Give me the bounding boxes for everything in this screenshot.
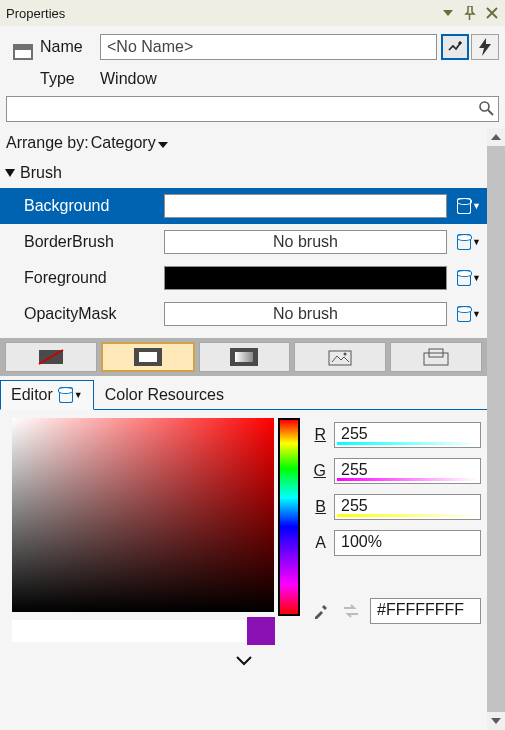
arrange-by-row[interactable]: Arrange by: Category	[0, 128, 487, 158]
database-icon	[457, 270, 471, 286]
properties-view-button[interactable]	[441, 34, 469, 60]
brush-swatch[interactable]: No brush	[164, 230, 447, 254]
current-color-strip[interactable]	[12, 620, 274, 642]
brush-type-visual[interactable]	[390, 342, 482, 372]
database-icon	[59, 387, 73, 403]
property-marker[interactable]: ▼	[453, 234, 481, 250]
color-saturation-field[interactable]	[12, 418, 274, 612]
svg-rect-7	[235, 352, 253, 362]
channel-input-a[interactable]: 100%	[334, 530, 481, 556]
svg-line-1	[488, 110, 493, 115]
brush-row-background[interactable]: Background ▼	[0, 188, 487, 224]
chevron-down-icon	[158, 134, 168, 152]
panel-menu-button[interactable]	[437, 3, 459, 23]
svg-rect-8	[329, 351, 351, 365]
chevron-down-icon: ▼	[472, 309, 481, 319]
tab-editor[interactable]: Editor ▼	[0, 380, 94, 410]
database-icon	[457, 198, 471, 214]
channel-label-b: B	[310, 498, 326, 516]
chevron-down-icon: ▼	[472, 237, 481, 247]
pin-icon[interactable]	[459, 3, 481, 23]
type-label: Type	[40, 70, 100, 88]
close-icon[interactable]	[481, 3, 503, 23]
svg-rect-10	[424, 353, 448, 365]
search-icon	[478, 100, 494, 119]
swap-colors-button[interactable]	[340, 600, 362, 622]
name-input[interactable]	[100, 34, 437, 60]
chevron-down-icon: ▼	[472, 201, 481, 211]
arrange-by-value: Category	[91, 134, 156, 152]
hue-slider-frame	[278, 418, 300, 616]
chevron-down-icon: ▼	[472, 273, 481, 283]
vertical-scrollbar[interactable]	[487, 128, 505, 730]
property-marker[interactable]: ▼	[453, 198, 481, 214]
name-label: Name	[40, 38, 100, 56]
panel-titlebar: Properties	[0, 0, 505, 26]
brush-swatch[interactable]	[164, 194, 447, 218]
channel-label-r: R	[310, 426, 326, 444]
channel-label-a: A	[310, 534, 326, 552]
property-marker[interactable]: ▼	[453, 306, 481, 322]
expander-expanded-icon	[5, 169, 15, 177]
search-box[interactable]	[6, 96, 499, 122]
panel-title: Properties	[6, 6, 437, 21]
eyedropper-button[interactable]	[310, 600, 332, 622]
brush-label: Foreground	[24, 269, 164, 287]
rgba-inputs: R 255 G 255 B 255 A 100%	[310, 418, 481, 642]
brush-row-opacitymask[interactable]: OpacityMask No brush ▼	[0, 296, 487, 332]
brush-type-gradient[interactable]	[199, 342, 291, 372]
tab-label: Color Resources	[105, 386, 224, 404]
scroll-up-icon[interactable]	[487, 128, 505, 146]
channel-input-b[interactable]: 255	[334, 494, 481, 520]
svg-rect-5	[139, 352, 157, 362]
color-editor: R 255 G 255 B 255 A 100%	[0, 410, 487, 650]
arrange-by-label: Arrange by:	[6, 134, 89, 152]
brush-type-bar	[0, 338, 487, 376]
search-input[interactable]	[13, 97, 478, 121]
svg-point-9	[344, 353, 347, 356]
property-marker[interactable]: ▼	[453, 270, 481, 286]
brush-type-solid[interactable]	[101, 342, 195, 372]
channel-input-r[interactable]: 255	[334, 422, 481, 448]
database-icon	[457, 306, 471, 322]
channel-input-g[interactable]: 255	[334, 458, 481, 484]
expand-editor-chevron[interactable]	[0, 650, 487, 672]
brush-property-list: Background ▼ BorderBrush No brush ▼ Fore…	[0, 186, 487, 338]
scroll-thumb[interactable]	[487, 146, 505, 712]
tab-marker[interactable]: ▼	[59, 387, 83, 403]
object-type-icon	[6, 34, 40, 84]
scroll-down-icon[interactable]	[487, 712, 505, 730]
brush-swatch[interactable]: No brush	[164, 302, 447, 326]
hue-slider[interactable]	[280, 420, 298, 614]
search-row	[0, 92, 505, 128]
brush-label: Background	[24, 197, 164, 215]
category-header-brush[interactable]: Brush	[0, 158, 487, 186]
channel-label-g: G	[310, 462, 326, 480]
svg-point-0	[480, 102, 489, 111]
brush-label: OpacityMask	[24, 305, 164, 323]
chevron-down-icon: ▼	[74, 390, 83, 400]
brush-swatch[interactable]	[164, 266, 447, 290]
type-value: Window	[100, 70, 437, 88]
brush-type-tile[interactable]	[294, 342, 386, 372]
brush-type-none[interactable]	[5, 342, 97, 372]
category-name: Brush	[20, 164, 62, 182]
database-icon	[457, 234, 471, 250]
tab-color-resources[interactable]: Color Resources	[94, 380, 235, 410]
tab-label: Editor	[11, 386, 53, 404]
previous-color-swatch[interactable]	[247, 617, 275, 645]
object-header: Name Type Window	[0, 26, 505, 92]
events-view-button[interactable]	[471, 34, 499, 60]
brush-row-foreground[interactable]: Foreground ▼	[0, 260, 487, 296]
hex-input[interactable]: #FFFFFFFF	[370, 598, 481, 624]
brush-label: BorderBrush	[24, 233, 164, 251]
editor-tabs: Editor ▼ Color Resources	[0, 376, 487, 410]
brush-row-borderbrush[interactable]: BorderBrush No brush ▼	[0, 224, 487, 260]
